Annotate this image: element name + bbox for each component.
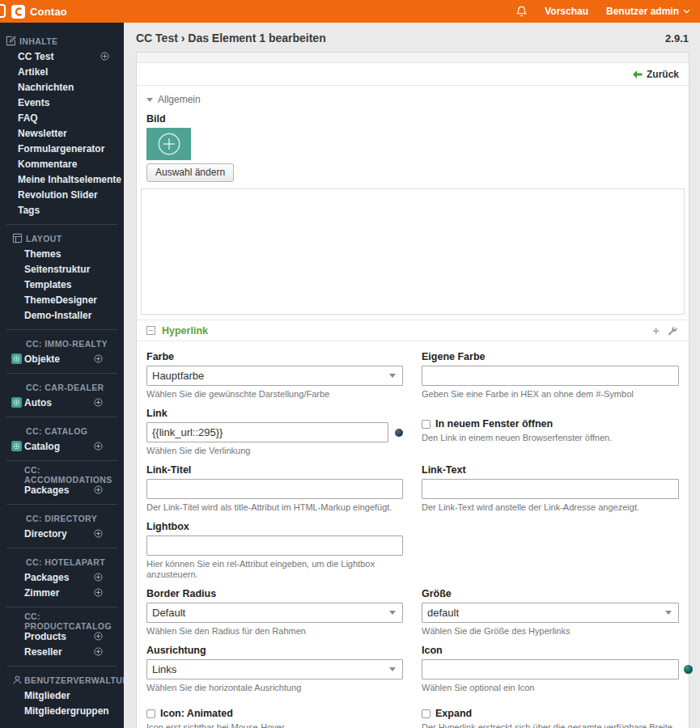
main-area: CC Test › Das Element 1 bearbeiten 2.9.1…: [124, 23, 700, 728]
sidebar-item-demo-installer[interactable]: Demo-Installer: [6, 307, 117, 323]
sidebar-section-cc-car-dealer: CC: CAR-DEALERAutos: [6, 373, 117, 417]
sidebar-item-themedesigner[interactable]: ThemeDesigner: [6, 292, 117, 307]
link-text-label: Link-Text: [422, 464, 679, 476]
sidebar-section-label: CC: ACCOMMODATIONS: [24, 465, 117, 485]
border-radius-select[interactable]: Default: [146, 603, 403, 623]
sidebar-item-label: Directory: [24, 528, 67, 540]
sidebar-item-label: Revolution Slider: [18, 189, 98, 201]
circle-plus-icon[interactable]: [94, 485, 103, 494]
zurueck-link[interactable]: Zurück: [633, 69, 679, 80]
sidebar-item-label: Packages: [24, 572, 69, 583]
sidebar-item-catalog[interactable]: Catalog: [6, 438, 117, 454]
sidebar-item-themes[interactable]: Themes: [6, 246, 117, 261]
brand[interactable]: Contao: [0, 5, 67, 19]
chevron-down-icon: [665, 611, 672, 615]
link-titel-input[interactable]: [146, 479, 403, 499]
sidebar-item-reseller[interactable]: Reseller: [6, 644, 117, 659]
sidebar-item-kommentare[interactable]: Kommentare: [0, 156, 124, 171]
eigene-farbe-input[interactable]: [422, 366, 679, 386]
breadcrumb[interactable]: CC Test › Das Element 1 bearbeiten: [136, 32, 326, 44]
expand-label: Expand: [435, 708, 472, 719]
sidebar-item-cc-test[interactable]: CC Test: [0, 49, 124, 64]
bild-label: Bild: [146, 113, 679, 125]
sidebar-section-benutzerverwaltung: BENUTZERVERWALTUNGMitgliederMitgliedergr…: [6, 666, 117, 725]
link-input[interactable]: [146, 422, 388, 442]
wrench-icon[interactable]: [667, 325, 677, 336]
sidebar-item-artikel[interactable]: Artikel: [0, 64, 124, 79]
eigene-farbe-label: Eigene Farbe: [422, 351, 679, 363]
ausrichtung-select[interactable]: Links: [146, 659, 403, 679]
sidebar-item-autos[interactable]: Autos: [6, 395, 117, 410]
chevron-down-icon: [389, 374, 396, 378]
sidebar-item-templates[interactable]: Templates: [6, 277, 117, 292]
sidebar-item-objekte[interactable]: Objekte: [6, 351, 117, 366]
lightbox-input[interactable]: [146, 535, 403, 556]
icon-picker-icon[interactable]: [684, 665, 693, 674]
auswahl-aendern-button[interactable]: Auswahl ändern: [146, 163, 234, 182]
eigene-farbe-help: Geben Sie eine Farbe in HEX an ohne dem …: [422, 389, 679, 400]
sidebar-item-zimmer[interactable]: Zimmer: [6, 585, 117, 600]
sidebar-item-events[interactable]: Events: [0, 95, 124, 110]
sidebar-item-tags[interactable]: Tags: [0, 202, 124, 218]
sidebar-item-label: Nachrichten: [18, 82, 74, 93]
sidebar-item-nachrichten[interactable]: Nachrichten: [0, 79, 124, 95]
user-menu[interactable]: Benutzer admin: [606, 6, 690, 17]
icon-animated-checkbox[interactable]: [146, 709, 155, 718]
icon-animated-help: Icon erst sichtbar bei Mouse-Hover: [146, 722, 403, 728]
sidebar-item-mitgliedergruppen[interactable]: Mitgliedergruppen: [6, 703, 117, 718]
sidebar-section-cc-accommodations: CC: ACCOMMODATIONSPackages: [6, 460, 117, 504]
collapse-toggle-icon[interactable]: [146, 326, 155, 335]
sidebar-item-label: Mitgliedergruppen: [24, 705, 109, 717]
sidebar-item-newsletter[interactable]: Newsletter: [0, 125, 124, 141]
circle-plus-icon[interactable]: [94, 398, 103, 407]
circle-plus-icon[interactable]: [94, 588, 103, 597]
sidebar-item-label: Objekte: [24, 353, 60, 365]
sidebar-item-packages[interactable]: Packages: [6, 569, 117, 585]
sidebar-item-products[interactable]: Products: [6, 629, 117, 644]
sidebar-section-header: CC: CATALOG: [6, 423, 117, 438]
circle-plus-icon[interactable]: [94, 573, 103, 582]
circle-plus-icon[interactable]: [94, 647, 103, 656]
allgemein-legend[interactable]: Allgemein: [137, 86, 689, 112]
link-text-input[interactable]: [422, 479, 679, 499]
sidebar-item-formulargenerator[interactable]: Formulargenerator: [0, 141, 124, 156]
vorschau-label: Vorschau: [545, 6, 588, 17]
sidebar-item-revolution-slider[interactable]: Revolution Slider: [0, 187, 124, 202]
icon-input[interactable]: [422, 659, 679, 679]
neues-fenster-checkbox[interactable]: [422, 420, 431, 429]
sidebar-item-faq[interactable]: FAQ: [0, 110, 124, 125]
hyperlink-legend-label: Hyperlink: [162, 325, 208, 336]
sidebar-item-packages[interactable]: Packages: [6, 482, 117, 497]
sidebar-item-seitenstruktur[interactable]: Seitenstruktur: [6, 261, 117, 277]
circle-plus-icon[interactable]: [94, 529, 103, 538]
sidebar-section-header: CC: IMMO-REALTY: [6, 336, 117, 351]
vorschau-link[interactable]: Vorschau: [545, 6, 588, 17]
sidebar-section-label: INHALTE: [19, 36, 58, 46]
sidebar-item-label: Themes: [24, 248, 61, 260]
sidebar-section-header: CC: ACCOMMODATIONS: [6, 467, 117, 482]
sidebar-item-directory[interactable]: Directory: [6, 526, 117, 541]
sidebar-item-meine-inhaltselemente[interactable]: Meine Inhaltselemente: [0, 171, 124, 187]
page-picker-icon[interactable]: [395, 429, 403, 437]
image-placeholder[interactable]: [146, 128, 191, 160]
expand-checkbox[interactable]: [422, 709, 431, 718]
layout-icon: [12, 233, 24, 243]
circle-plus-icon[interactable]: [94, 632, 103, 641]
sidebar-section-cc-hotelapart: CC: HOTELAPARTPackagesZimmer: [6, 548, 117, 607]
farbe-select[interactable]: Hauptfarbe: [146, 366, 403, 386]
sidebar-item-label: Mitglieder: [24, 690, 70, 701]
app-icon: [11, 353, 22, 364]
plus-icon[interactable]: +: [652, 324, 660, 336]
circle-plus-icon[interactable]: [100, 52, 109, 61]
link-titel-help: Der Link-Titel wird als title-Attribut i…: [146, 502, 403, 513]
link-help: Wählen Sie die Verlinkung: [146, 446, 403, 456]
sidebar-item-label: ThemeDesigner: [24, 294, 97, 306]
sidebar-item-mitglieder[interactable]: Mitglieder: [6, 688, 117, 703]
chevron-down-icon: [683, 9, 690, 14]
bell-icon[interactable]: [516, 6, 527, 17]
circle-plus-icon[interactable]: [94, 354, 103, 363]
groesse-select[interactable]: default: [422, 603, 679, 623]
groesse-help: Wählen Sie die Größe des Hyperlinks: [422, 626, 679, 637]
back-arrow-icon: [633, 70, 643, 78]
circle-plus-icon[interactable]: [94, 442, 103, 451]
